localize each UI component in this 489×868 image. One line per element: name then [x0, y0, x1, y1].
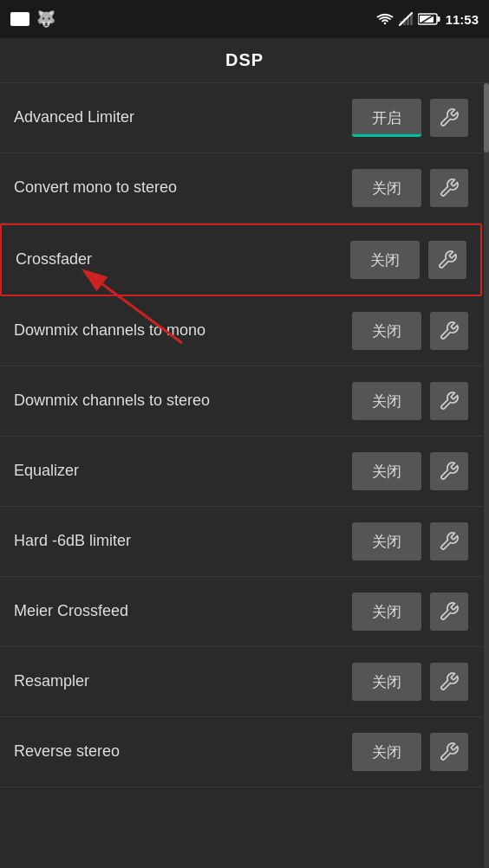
status-bar-right: 11:53 [376, 12, 479, 27]
wrench-icon [437, 249, 458, 270]
scroll-thumb[interactable] [484, 83, 489, 152]
toggle-button-downmix-channels-to-stereo[interactable]: 关闭 [352, 382, 421, 420]
white-rect-icon [10, 12, 29, 26]
dsp-label-equalizer: Equalizer [14, 461, 352, 481]
signal-icon [399, 12, 413, 26]
toggle-button-meier-crossfeed[interactable]: 关闭 [352, 593, 421, 631]
wrench-icon [439, 107, 460, 128]
wrench-icon [439, 461, 460, 482]
settings-button-equalizer[interactable] [430, 452, 468, 490]
dsp-label-downmix-channels-to-mono: Downmix channels to mono [14, 321, 352, 340]
toggle-button-convert-mono-to-stereo[interactable]: 关闭 [352, 169, 421, 207]
dsp-label-convert-mono-to-stereo: Convert mono to stereo [14, 178, 352, 198]
toggle-button-advanced-limiter[interactable]: 开启 [352, 99, 421, 137]
wolf-icon: 🐺 [36, 10, 55, 29]
settings-button-meier-crossfeed[interactable] [430, 593, 468, 631]
dsp-label-meier-crossfeed: Meier Crossfeed [14, 601, 352, 621]
settings-button-resampler[interactable] [430, 663, 468, 701]
settings-button-hard-6db-limiter[interactable] [430, 522, 468, 560]
toggle-button-downmix-channels-to-mono[interactable]: 关闭 [352, 312, 421, 350]
dsp-row-downmix-channels-to-mono: Downmix channels to mono关闭 [0, 296, 482, 366]
page-title: DSP [225, 50, 264, 70]
toggle-button-reverse-stereo[interactable]: 关闭 [352, 733, 421, 771]
dsp-controls-reverse-stereo: 关闭 [352, 733, 468, 771]
toggle-button-hard-6db-limiter[interactable]: 关闭 [352, 522, 421, 560]
dsp-label-resampler: Resampler [14, 671, 352, 691]
dsp-label-hard-6db-limiter: Hard -6dB limiter [14, 531, 352, 551]
settings-button-advanced-limiter[interactable] [430, 99, 468, 137]
dsp-row-resampler: Resampler关闭 [0, 647, 482, 717]
dsp-row-crossfader: Crossfader关闭 [0, 223, 482, 296]
dsp-controls-hard-6db-limiter: 关闭 [352, 522, 468, 560]
settings-button-downmix-channels-to-mono[interactable] [430, 312, 468, 350]
dsp-row-meier-crossfeed: Meier Crossfeed关闭 [0, 577, 482, 647]
header: DSP [0, 38, 489, 83]
dsp-row-reverse-stereo: Reverse stereo关闭 [0, 717, 482, 787]
dsp-label-downmix-channels-to-stereo: Downmix channels to stereo [14, 391, 352, 411]
toggle-button-equalizer[interactable]: 关闭 [352, 452, 421, 490]
dsp-label-advanced-limiter: Advanced Limiter [14, 107, 352, 127]
wrench-icon [439, 391, 460, 411]
status-bar: 🐺 11:53 [0, 0, 489, 38]
settings-button-crossfader[interactable] [428, 241, 466, 279]
dsp-row-equalizer: Equalizer关闭 [0, 437, 482, 507]
wrench-icon [439, 531, 460, 552]
dsp-row-convert-mono-to-stereo: Convert mono to stereo关闭 [0, 153, 482, 223]
dsp-row-hard-6db-limiter: Hard -6dB limiter关闭 [0, 507, 482, 577]
settings-button-convert-mono-to-stereo[interactable] [430, 169, 468, 207]
toggle-button-resampler[interactable]: 关闭 [352, 663, 421, 701]
battery-icon [418, 13, 440, 25]
dsp-label-crossfader: Crossfader [16, 249, 350, 269]
dsp-list: Advanced Limiter开启 Convert mono to stere… [0, 83, 489, 787]
scroll-track[interactable] [484, 83, 489, 868]
time-display: 11:53 [446, 12, 479, 27]
wrench-icon [439, 601, 460, 622]
dsp-controls-advanced-limiter: 开启 [352, 99, 468, 137]
dsp-row-advanced-limiter: Advanced Limiter开启 [0, 83, 482, 153]
dsp-row-downmix-channels-to-stereo: Downmix channels to stereo关闭 [0, 366, 482, 437]
settings-button-downmix-channels-to-stereo[interactable] [430, 382, 468, 420]
wifi-icon [376, 13, 394, 26]
wrench-icon [439, 321, 460, 341]
svg-rect-6 [437, 16, 440, 22]
dsp-label-reverse-stereo: Reverse stereo [14, 742, 352, 761]
dsp-controls-equalizer: 关闭 [352, 452, 468, 490]
toggle-button-crossfader[interactable]: 关闭 [350, 241, 420, 279]
dsp-controls-crossfader: 关闭 [350, 241, 466, 279]
wrench-icon [439, 671, 460, 692]
dsp-controls-resampler: 关闭 [352, 663, 468, 701]
wrench-icon [439, 742, 460, 762]
dsp-controls-meier-crossfeed: 关闭 [352, 593, 468, 631]
status-bar-left: 🐺 [10, 10, 55, 29]
dsp-controls-convert-mono-to-stereo: 关闭 [352, 169, 468, 207]
dsp-controls-downmix-channels-to-stereo: 关闭 [352, 382, 468, 420]
wrench-icon [439, 178, 460, 198]
settings-button-reverse-stereo[interactable] [430, 733, 468, 771]
dsp-controls-downmix-channels-to-mono: 关闭 [352, 312, 468, 350]
